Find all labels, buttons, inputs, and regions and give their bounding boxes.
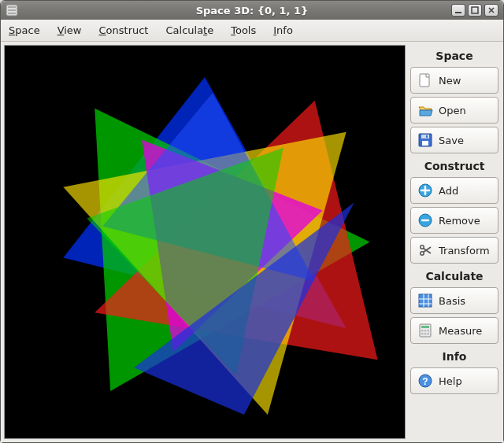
menu-view[interactable]: View — [56, 23, 83, 38]
menu-calculate[interactable]: Calculate — [164, 23, 215, 38]
sidebar-section-title: Info — [409, 347, 500, 364]
button-label: Help — [439, 375, 462, 387]
titlebar: Space 3D: {0, 1, 1} — [1, 1, 503, 20]
sidebar: SpaceNewOpenSaveConstructAddRemoveTransf… — [409, 45, 500, 439]
menubar: SpaceViewConstructCalculateToolsInfo — [1, 20, 503, 42]
svg-rect-2 — [472, 7, 478, 13]
new-button[interactable]: New — [410, 67, 498, 94]
close-button[interactable] — [484, 4, 498, 17]
sidebar-section-title: Space — [409, 46, 500, 64]
file-new-icon — [417, 72, 433, 88]
floppy-save-icon — [417, 132, 433, 148]
button-label: Add — [439, 185, 458, 197]
remove-circle-icon — [417, 212, 433, 228]
button-label: Save — [439, 135, 464, 146]
add-button[interactable]: Add — [410, 177, 498, 204]
minimize-button[interactable] — [451, 4, 465, 17]
basis-button[interactable]: Basis — [410, 287, 498, 314]
button-label: New — [439, 75, 461, 87]
app-window: Space 3D: {0, 1, 1} SpaceViewConstructCa… — [0, 0, 504, 443]
button-label: Open — [439, 105, 466, 116]
button-label: Remove — [439, 215, 480, 227]
add-circle-icon — [417, 183, 433, 198]
open-button[interactable]: Open — [410, 97, 498, 124]
menu-space[interactable]: Space — [7, 23, 42, 38]
help-icon — [417, 373, 433, 389]
window-controls — [451, 4, 498, 17]
button-label: Transform — [439, 245, 490, 257]
remove-button[interactable]: Remove — [410, 207, 498, 234]
3d-viewport[interactable] — [4, 45, 406, 439]
window-title: Space 3D: {0, 1, 1} — [196, 5, 309, 17]
measure-button[interactable]: Measure — [410, 317, 498, 344]
maximize-button[interactable] — [468, 4, 482, 17]
svg-rect-1 — [455, 12, 461, 13]
transform-button[interactable]: Transform — [410, 237, 498, 264]
sidebar-section-title: Calculate — [409, 267, 500, 284]
grid-icon — [417, 293, 433, 308]
help-button[interactable]: Help — [410, 367, 498, 394]
scissors-icon — [417, 242, 433, 258]
sidebar-section-title: Construct — [409, 157, 500, 174]
button-label: Measure — [439, 325, 482, 337]
app-icon — [6, 4, 18, 17]
button-label: Basis — [439, 295, 465, 307]
calculator-icon — [417, 323, 433, 338]
folder-open-icon — [417, 102, 433, 118]
menu-tools[interactable]: Tools — [229, 23, 258, 38]
menu-info[interactable]: Info — [272, 23, 295, 38]
save-button[interactable]: Save — [410, 127, 498, 153]
menu-construct[interactable]: Construct — [98, 23, 150, 38]
content-area: SpaceNewOpenSaveConstructAddRemoveTransf… — [1, 42, 503, 442]
